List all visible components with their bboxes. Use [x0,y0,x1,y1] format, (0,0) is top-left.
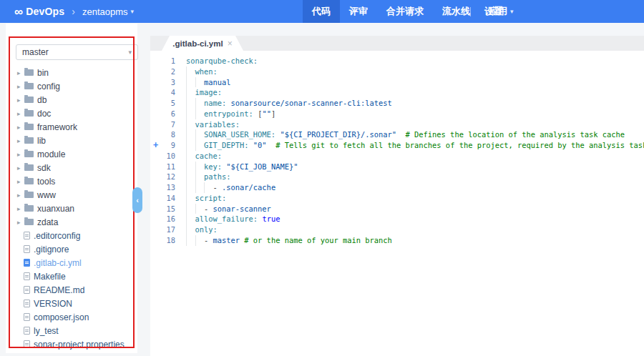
tree-folder[interactable]: ▸ xuanxuan [6,202,137,215]
code-line-content: entrypoint: [""] [182,109,644,119]
tree-file-label: README.md [34,285,84,295]
file-tree: ▸ bin ▸ config ▸ db ▸ doc ▸ framework ▸ … [6,66,137,351]
tree-file[interactable]: composer.json [6,310,137,324]
indent-guide [195,235,196,246]
tree-file[interactable]: ly_test [6,324,137,337]
tree-folder[interactable]: ▸ config [6,79,137,93]
file-icon [24,327,30,335]
nav-settings[interactable]: 设置 [475,0,512,23]
tree-file-label: composer.json [34,312,89,322]
file-icon [24,340,30,348]
tree-folder-label: tools [37,177,55,187]
folder-icon [24,192,34,198]
code-line: 7 variables: [150,119,644,130]
code-line-content: key: "${CI_JOB_NAME}" [182,162,644,172]
indent-guide [186,172,187,182]
code-line-content: manual [182,77,644,88]
indent-guide [186,224,187,235]
tab-close-icon[interactable]: × [228,39,233,49]
tree-folder[interactable]: ▸ tools [6,174,137,188]
tree-folder[interactable]: ▸ lib [6,134,137,147]
tree-file[interactable]: .gitignore [6,242,137,256]
file-icon [24,300,30,307]
tree-folder[interactable]: ▸ sdk [6,161,137,174]
indent-guide [195,172,196,182]
code-editor[interactable]: 1sonarqube-check:2 when:3 manual4 image:… [150,51,644,356]
folder-icon [24,69,34,76]
indent-guide [186,204,187,214]
devops-logo[interactable]: ∞ DevOps [14,6,64,18]
tree-folder-label: doc [37,109,51,119]
nav-item[interactable]: 合并请求 [377,0,433,23]
folder-icon [24,97,34,103]
line-number: 9+ [150,140,182,151]
chevron-right-icon: ▸ [17,178,24,185]
tree-folder-label: config [37,81,60,92]
tree-file[interactable]: .editorconfig [6,229,137,242]
branch-select-value: master [22,47,49,57]
line-number: 13 [150,182,182,193]
tree-folder[interactable]: ▸ bin [6,66,137,79]
indent-guide [195,162,196,172]
branch-select[interactable]: master ▾ [16,44,138,60]
indent-guide [186,193,187,204]
tree-folder[interactable]: ▸ www [6,188,137,202]
editor-panel: .gitlab-ci.yml × 1sonarqube-check:2 when… [150,23,644,356]
tab-gitlab-ci-yml[interactable]: .gitlab-ci.yml × [162,36,243,51]
line-number: 5 [150,98,182,109]
add-comment-plus-icon[interactable]: + [153,140,158,151]
code-line-content: paths: [182,172,644,182]
tree-file[interactable]: Makefile [6,270,137,283]
file-icon [24,232,30,239]
indent-guide [186,182,187,193]
indent-guide [195,140,196,151]
tree-folder[interactable]: ▸ db [6,93,137,107]
line-number: 17 [150,224,182,235]
code-line: 14 script: [150,193,644,204]
page-body: master ▾ ▸ bin ▸ config ▸ db ▸ doc ▸ fra… [0,23,644,356]
file-icon [24,313,30,321]
nav-divider [470,7,471,16]
logo-text: DevOps [26,6,64,17]
code-line-content: GIT_DEPTH: "0" # Tells git to fetch all … [182,140,644,151]
tree-folder-label: zdata [37,217,58,227]
code-line: 13 - .sonar/cache [150,182,644,193]
editor-top-strip [150,23,644,36]
nav-item[interactable]: 代码 [303,0,340,23]
chevron-right-icon: ▸ [17,151,24,158]
select-caret-icon: ▾ [128,49,132,56]
file-icon [24,272,30,280]
tree-folder[interactable]: ▸ doc [6,107,137,120]
tree-file[interactable]: README.md [6,283,137,297]
tree-folder[interactable]: ▸ framework [6,120,137,134]
chevron-right-icon: ▸ [17,205,24,212]
code-line-content: when: [182,66,644,77]
indent-guide [204,182,205,193]
code-line-content: - sonar-scanner [182,204,644,214]
code-line: 4 image: [150,87,644,98]
line-number: 12 [150,172,182,182]
project-selector[interactable]: zentaopms ▾ [82,6,134,17]
tree-file[interactable]: VERSION [6,297,137,310]
nav-item[interactable]: 评审 [340,0,377,23]
chevron-right-icon: ▸ [17,137,24,144]
code-line: 5 name: sonarsource/sonar-scanner-cli:la… [150,98,644,109]
sidebar-collapse-handle[interactable]: ‹ [132,187,142,213]
file-icon [24,286,30,294]
indent-guide [186,151,187,162]
tree-file-label: .editorconfig [34,231,80,241]
indent-guide [186,129,187,140]
tree-folder[interactable]: ▸ zdata [6,215,137,229]
chevron-right-icon: ▸ [17,164,24,172]
tree-folder-label: module [37,149,65,159]
tree-folder[interactable]: ▸ module [6,147,137,161]
file-icon [24,259,30,267]
tree-file[interactable]: sonar-project.properties [6,337,137,351]
code-line: 9+ GIT_DEPTH: "0" # Tells git to fetch a… [150,140,644,151]
code-line-content: variables: [182,119,644,130]
code-line-content: allow_failure: true [182,214,644,224]
chevron-right-icon: ▸ [17,97,24,104]
tree-folder-label: sdk [37,163,51,173]
code-line-content: name: sonarsource/sonar-scanner-cli:late… [182,98,644,109]
tree-file[interactable]: .gitlab-ci.yml [6,256,137,270]
